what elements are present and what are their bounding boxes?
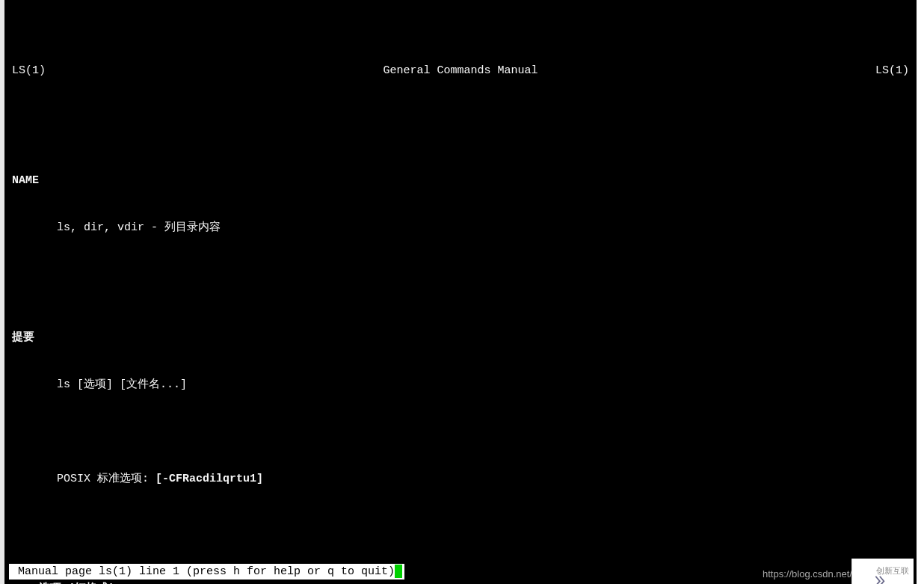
- man-status-bar: Manual page ls(1) line 1 (press h for he…: [9, 564, 404, 580]
- posix-line: POSIX 标准选项: [-CFRacdilqrtu1]: [6, 471, 915, 487]
- watermark-text: 创新互联: [876, 565, 909, 577]
- man-header: LS(1) General Commands Manual LS(1): [6, 63, 915, 79]
- section-synopsis-title: 提要: [6, 330, 915, 345]
- logo-icon: [857, 563, 873, 580]
- section-gnu-title: GNU 选项 (短格式):: [6, 581, 915, 584]
- header-center: General Commands Manual: [383, 63, 538, 79]
- man-page-terminal[interactable]: LS(1) General Commands Manual LS(1) NAME…: [0, 0, 917, 584]
- name-body: ls, dir, vdir - 列目录内容: [6, 220, 915, 236]
- watermark-logo: 创新互联: [851, 559, 914, 584]
- section-name-title: NAME: [6, 173, 915, 188]
- header-right: LS(1): [875, 63, 909, 79]
- header-left: LS(1): [12, 63, 46, 79]
- cursor: [395, 565, 402, 578]
- man-page-content: LS(1) General Commands Manual LS(1) NAME…: [4, 31, 917, 584]
- synopsis-usage: ls [选项] [文件名...]: [6, 377, 915, 393]
